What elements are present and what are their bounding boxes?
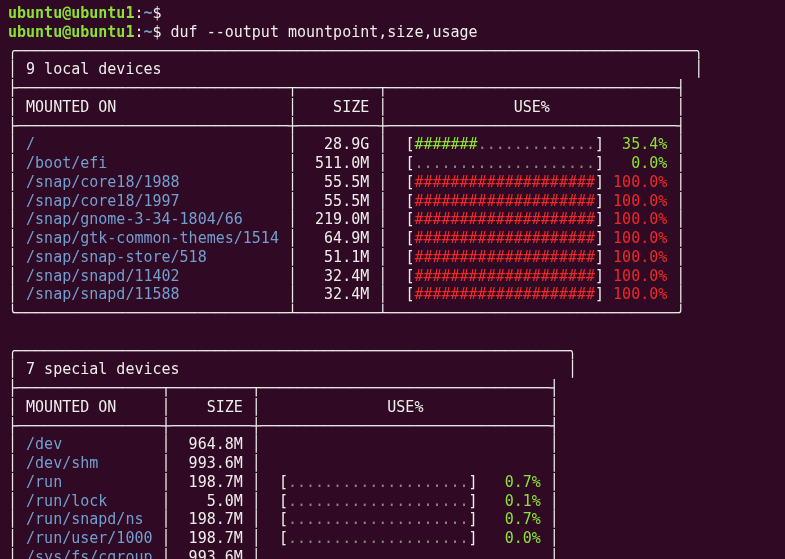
table-row: │ /sys/fs/cgroup │ 993.6M │ │ <box>8 548 777 559</box>
table-row: ╰──────────────────────────────┴────────… <box>8 304 777 323</box>
special-devices-table: ╭───────────────────────────────────────… <box>8 342 777 560</box>
command-text: duf --output mountpoint,size,usage <box>171 23 478 41</box>
table-row: │ /snap/snap-store/518 │ 51.1M │ [######… <box>8 248 777 267</box>
table-row: │ /boot/efi │ 511.0M │ [................… <box>8 154 777 173</box>
blank-line <box>8 323 777 342</box>
local-devices-table: ╭───────────────────────────────────────… <box>8 42 777 323</box>
table-row: │ /run/snapd/ns │ 198.7M │ [............… <box>8 510 777 529</box>
table-row: │ 9 local devices │ <box>8 60 777 79</box>
table-row: │ /snap/gtk-common-themes/1514 │ 64.9M │… <box>8 229 777 248</box>
table-row: │ /snap/gnome-3-34-1804/66 │ 219.0M │ [#… <box>8 210 777 229</box>
table-row: │ 7 special devices │ <box>8 360 777 379</box>
table-row: ├────────────────┼─────────┼────────────… <box>8 417 777 436</box>
table-row: │ /snap/core18/1988 │ 55.5M │ [#########… <box>8 173 777 192</box>
prompt-line-2[interactable]: ubuntu@ubuntu1:~$ duf --output mountpoin… <box>8 23 777 42</box>
table-row: │ / │ 28.9G │ [#######.............] 35.… <box>8 135 777 154</box>
prompt-userhost: ubuntu@ubuntu1 <box>8 4 134 22</box>
table-row: │ /snap/core18/1997 │ 55.5M │ [#########… <box>8 192 777 211</box>
prompt-path: ~ <box>143 4 152 22</box>
table-row: │ /snap/snapd/11402 │ 32.4M │ [#########… <box>8 267 777 286</box>
table-row: │ MOUNTED ON │ SIZE │ USE% │ <box>8 98 777 117</box>
table-row: ├──────────────────────────────┼────────… <box>8 117 777 136</box>
table-row: ├──────────────────────────────┬────────… <box>8 79 777 98</box>
table-row: │ /run/user/1000 │ 198.7M │ [...........… <box>8 529 777 548</box>
table-row: │ MOUNTED ON │ SIZE │ USE% │ <box>8 398 777 417</box>
table-row: ├────────────────┬─────────┬────────────… <box>8 379 777 398</box>
table-row: │ /run │ 198.7M │ [....................]… <box>8 473 777 492</box>
prompt-line-1[interactable]: ubuntu@ubuntu1:~$ <box>8 4 777 23</box>
table-row: │ /dev │ 964.8M │ │ <box>8 435 777 454</box>
table-row: │ /dev/shm │ 993.6M │ │ <box>8 454 777 473</box>
table-row: │ /run/lock │ 5.0M │ [..................… <box>8 492 777 511</box>
table-row: │ /snap/snapd/11588 │ 32.4M │ [#########… <box>8 285 777 304</box>
table-row: ╭───────────────────────────────────────… <box>8 342 777 361</box>
table-row: ╭───────────────────────────────────────… <box>8 42 777 61</box>
